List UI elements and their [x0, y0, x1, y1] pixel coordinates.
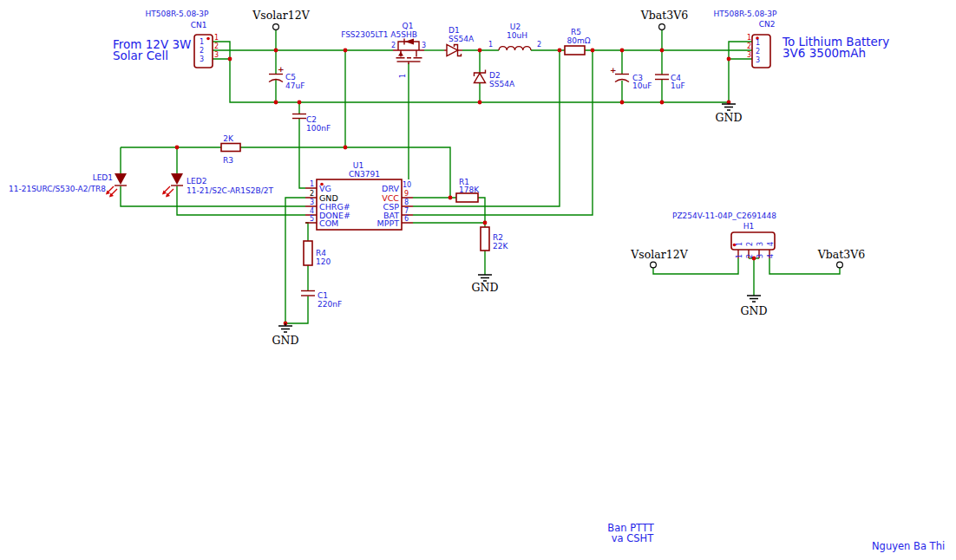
vbat-terminal-h1[interactable]: Vbat3V6 [817, 248, 865, 268]
cn2-pin-number: 3 [747, 51, 751, 59]
vbat-h1-circle [837, 262, 843, 268]
cn2-pin-name: 2 [756, 48, 760, 55]
c3-plus-sign: + [610, 66, 617, 75]
inductor-u2[interactable]: U2 10uH 1 2 [488, 23, 541, 50]
led2-ref-label: LED2 [187, 177, 206, 186]
cn2-part-label: HT508R-5.08-3P [713, 10, 777, 18]
capacitor-c4[interactable]: C4 1uF [655, 74, 685, 91]
led1-ref-label: LED1 [93, 173, 113, 182]
c3-value-label: 10uF [632, 81, 652, 90]
d1-value-label: SS54A [449, 35, 475, 43]
u2-pin2-number: 2 [537, 41, 541, 49]
cn1-pin-name: 1 [200, 38, 204, 46]
cn1-part-label: HT508R-5.08-3P [145, 10, 209, 18]
c5-ref-label: C5 [285, 73, 296, 81]
q1-pin1-number: 1 [399, 74, 407, 78]
r5-ref-label: R5 [571, 28, 581, 36]
vbat-terminal-top[interactable]: Vbat3V6 [640, 9, 688, 29]
vsolar-terminal-h1[interactable]: Vsolar12V [630, 248, 688, 268]
gnd-label: GND [741, 304, 768, 317]
capacitor-c2[interactable]: C2 100nF [292, 114, 331, 133]
author-name: Nguyen Ba Thi [872, 540, 945, 552]
vsolar-h1-circle [651, 262, 657, 268]
cn2-pin-number: 1 [747, 34, 751, 42]
u1-pin-number: 8 [404, 199, 409, 206]
c3-ref-label: C3 [632, 74, 643, 82]
gnd-symbol-r2: GND [472, 275, 499, 294]
h1-pin-number: 4 [767, 254, 775, 258]
vbat-terminal-circle [659, 24, 665, 30]
vsolar-terminal-circle [273, 24, 279, 30]
u1-pin-name: COM [319, 218, 338, 228]
c1-value-label: 220nF [318, 300, 342, 309]
cn2-pin-number: 2 [747, 42, 751, 50]
u1-pin-number: 10 [403, 181, 411, 189]
vbat-top-label: Vbat3V6 [640, 9, 688, 22]
cn2-pin-name: 1 [756, 39, 760, 47]
d2-ref-label: D2 [489, 71, 501, 80]
q1-part-label: FSS2305LT1 A5SHB [341, 30, 417, 39]
u1-pin-name: MPPT [377, 218, 400, 228]
ic-u1-cn3791[interactable]: U1 CN3791 1 2 3 4 5 VG GND CHRG# DONE# C… [305, 161, 413, 230]
u1-pin-number: 2 [310, 190, 314, 198]
cn1-pin-number: 2 [214, 42, 219, 50]
r2-value-label: 22K [493, 242, 508, 251]
u1-pin-number: 4 [310, 207, 314, 215]
diode-d1[interactable]: D1 SS54A [444, 26, 475, 56]
r3-ref-label: R3 [223, 156, 233, 165]
u1-pin-name: DRV [382, 184, 399, 193]
cn1-pin-name: 2 [200, 47, 204, 55]
r5-value-label: 80mΩ [566, 36, 590, 45]
r3-value-label: 2K [223, 134, 234, 143]
led1-part-label: 11-21SURC/S530-A2/TR8 [9, 185, 106, 193]
h1-pin-number: 2 [746, 254, 754, 258]
c4-ref-label: C4 [671, 74, 681, 82]
cn2-pin-name: 3 [756, 56, 760, 64]
capacitor-c1[interactable]: C1 220nF [301, 291, 342, 309]
led2[interactable]: LED2 11-21/S2C-AR1S2B/2T [162, 173, 273, 198]
connector-h1[interactable]: PZ254V-11-04P_C2691448 H1 1 2 3 4 1 2 3 … [672, 212, 776, 258]
footer-line2: va CSHT [612, 532, 654, 544]
gnd-symbol-cn2: GND [716, 104, 743, 124]
q1-pin3-number: 3 [422, 42, 426, 49]
u1-pin-number: 1 [310, 180, 314, 188]
vsolar-h1-label: Vsolar12V [630, 248, 688, 261]
c2-ref-label: C2 [306, 115, 317, 124]
u1-pin-number: 6 [404, 215, 409, 223]
u1-pin-number: 9 [404, 190, 409, 198]
vsolar-terminal-top[interactable]: Vsolar12V [252, 9, 310, 29]
h1-pin-name: 1 [736, 242, 743, 246]
gnd-label: GND [716, 111, 743, 124]
u2-pin1-number: 1 [488, 41, 493, 49]
resistor-r3[interactable]: 2K R3 [221, 134, 240, 165]
u1-pin-name: VG [319, 184, 331, 193]
h1-pin-name: 2 [746, 242, 754, 246]
u1-pin-number: 5 [310, 215, 314, 223]
cn1-pin1-marker [206, 37, 210, 41]
capacitor-c3[interactable]: + C3 10uF [610, 66, 652, 91]
solar-note-line2: Solar Cell [113, 49, 168, 62]
h1-pin-name: 4 [767, 242, 775, 246]
resistor-r2[interactable]: R2 22K [481, 227, 508, 251]
resistor-r4[interactable]: R4 120 [304, 241, 331, 266]
resistor-r1[interactable]: R1 178K [456, 178, 480, 202]
capacitor-c5[interactable]: + C5 47uF [269, 65, 304, 90]
gnd-symbol-h1: GND [741, 296, 768, 317]
battery-note-line2: 3V6 3500mAh [782, 46, 866, 60]
gnd-label: GND [272, 334, 299, 347]
c5-plus-sign: + [278, 65, 285, 74]
d1-ref-label: D1 [449, 26, 460, 35]
c5-value-label: 47uF [285, 81, 304, 90]
cn1-pin-number: 3 [214, 51, 219, 59]
h1-ref-label: H1 [743, 222, 755, 231]
led1[interactable]: LED1 11-21SURC/S530-A2/TR8 [9, 173, 127, 198]
d2-value-label: SS54A [489, 80, 515, 88]
u1-value-label: CN3791 [349, 170, 380, 179]
cn2-ref-label: CN2 [759, 20, 776, 29]
cn1-ref-label: CN1 [191, 21, 207, 29]
c1-ref-label: C1 [318, 291, 328, 300]
h1-pin-number: 1 [736, 254, 743, 258]
c4-value-label: 1uF [671, 81, 685, 90]
u2-ref-label: U2 [510, 23, 521, 31]
u2-value-label: 10uH [507, 31, 527, 40]
